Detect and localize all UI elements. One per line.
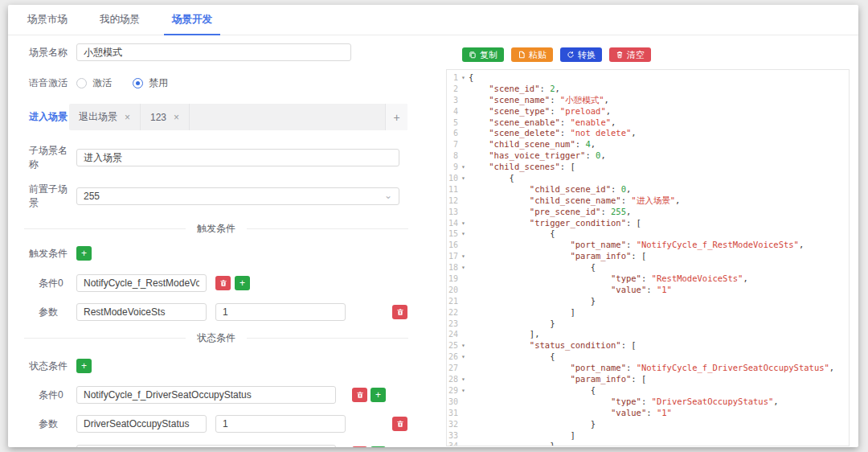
code-line: 6 "scene_delete": "not delete", [447,128,849,139]
child-scene-tab[interactable]: 123 × [141,104,190,130]
code-text: "type": "DriverSeatOccupyStatus", [469,397,779,408]
close-icon[interactable]: × [174,112,179,123]
gutter-spacer [458,307,469,318]
status-cond0-input[interactable] [76,386,336,404]
gutter-spacer [458,441,469,446]
line-number: 1 [447,72,458,84]
radio-disable[interactable]: 禁用 [133,76,168,90]
radio-disable-label: 禁用 [149,76,168,90]
active-child-scene-tab[interactable]: 进入场景 [29,110,69,124]
code-line: 8 "has_voice_trigger": 0, [447,150,849,162]
code-line: 29▾ { [447,385,849,397]
collapse-toggle-icon[interactable]: ▾ [458,340,469,351]
param-label: 参数 [39,417,76,431]
child-scene-name-label: 子场景名称 [29,144,76,171]
top-tabbar: 场景市场 我的场景 场景开发 [8,5,858,35]
status-param-value-input[interactable] [215,415,346,433]
line-number: 25 [447,340,458,351]
child-scene-name-input[interactable] [76,149,399,166]
line-number: 18 [447,262,458,273]
code-line: 15▾ { [447,228,849,240]
copy-button[interactable]: 复制 [462,47,504,62]
add-trigger-condition-button[interactable]: + [76,246,92,261]
gutter-spacer [458,397,469,408]
trash-icon [396,308,404,316]
delete-param-button[interactable] [392,417,407,431]
collapse-toggle-icon[interactable]: ▾ [458,385,469,397]
collapse-toggle-icon[interactable]: ▾ [458,173,469,184]
code-text: "type": "RestModeVoiceSts", [469,273,748,285]
gutter-spacer [458,106,469,117]
child-scene-name-row: 子场景名称 [29,144,407,171]
paste-button[interactable]: 粘贴 [511,47,553,62]
gutter-spacer [458,408,469,419]
child-scene-tab-label: 123 [150,112,166,123]
code-line: 9▾ "child_scenes": [ [447,162,849,173]
collapse-toggle-icon[interactable]: ▾ [458,251,469,262]
scene-name-input[interactable] [76,43,351,61]
collapse-toggle-icon[interactable]: ▾ [458,162,469,173]
clear-button[interactable]: 清空 [609,47,651,62]
gutter-spacer [458,419,469,430]
tab-my-scenes[interactable]: 我的场景 [92,5,148,35]
collapse-toggle-icon[interactable]: ▾ [458,218,469,229]
add-child-scene-button[interactable]: + [385,104,407,130]
tab-scene-market[interactable]: 场景市场 [19,5,76,35]
collapse-toggle-icon[interactable]: ▾ [458,374,469,385]
trigger-cond0-input[interactable] [76,274,207,292]
line-number: 11 [447,184,458,195]
convert-button[interactable]: 转换 [560,47,602,62]
child-scene-tabs-row: 进入场景 退出场景 × 123 × + [29,104,407,130]
code-line: 16 "port_name": "NotifyCycle_f_RestModeV… [447,240,849,251]
trigger-param-name-input[interactable] [76,303,207,321]
line-number: 30 [447,397,458,408]
delete-condition-button[interactable] [352,388,367,402]
gutter-spacer [458,285,469,296]
gutter-spacer [458,195,469,207]
radio-activate[interactable]: 激活 [76,76,112,90]
json-code-editor[interactable]: 1▾{2 "scene_id": 2,3 "scene_name": "小憩模式… [446,69,850,446]
line-number: 12 [447,195,458,207]
code-text: "scene_id": 2, [469,84,560,95]
collapse-toggle-icon[interactable]: ▾ [458,72,469,84]
trigger-param-value-input[interactable] [215,303,346,321]
tab-scene-development[interactable]: 场景开发 [164,5,220,35]
status-param-name-input[interactable] [76,415,207,433]
pre-scene-row: 前置子场景 ⌄ [29,183,407,210]
copy-icon [469,51,477,59]
line-number: 17 [447,251,458,262]
gutter-spacer [458,139,469,150]
status-param-row: 参数 [29,415,407,433]
status-cond1-input[interactable] [76,445,336,447]
json-toolbar: 复制 粘贴 转换 清空 [462,47,850,62]
code-line: 31 "value": "1" [447,408,849,419]
gutter-spacer [458,150,469,162]
code-text: "port_name": "NotifyCycle_f_RestModeVoic… [469,240,804,251]
collapse-toggle-icon[interactable]: ▾ [458,351,469,363]
delete-condition-button[interactable] [352,446,367,447]
add-param-button[interactable]: + [235,276,250,290]
code-line: 14▾ "trigger_condition": [ [447,218,849,229]
condition-label: 条件1 [39,447,76,448]
code-text: ] [469,430,575,442]
line-number: 23 [447,318,458,330]
pre-scene-select[interactable] [76,187,399,205]
code-text: "has_voice_trigger": 0, [469,150,606,162]
close-icon[interactable]: × [125,112,130,123]
line-number: 29 [447,385,458,397]
delete-condition-button[interactable] [215,276,231,290]
collapse-toggle-icon[interactable]: ▾ [458,262,469,273]
code-text: "value": "1" [469,285,672,296]
add-status-condition-button[interactable]: + [76,359,92,373]
code-text: "value": "1" [469,408,672,419]
code-text: { [469,385,596,397]
gutter-spacer [458,273,469,285]
collapse-toggle-icon[interactable]: ▾ [458,228,469,240]
add-param-button[interactable]: + [371,388,386,402]
line-number: 27 [447,363,458,374]
delete-param-button[interactable] [392,305,407,319]
condition-label: 条件0 [39,388,76,402]
child-scene-tab[interactable]: 退出场景 × [69,104,141,130]
add-param-button[interactable]: + [371,446,386,447]
paste-icon [518,51,526,59]
